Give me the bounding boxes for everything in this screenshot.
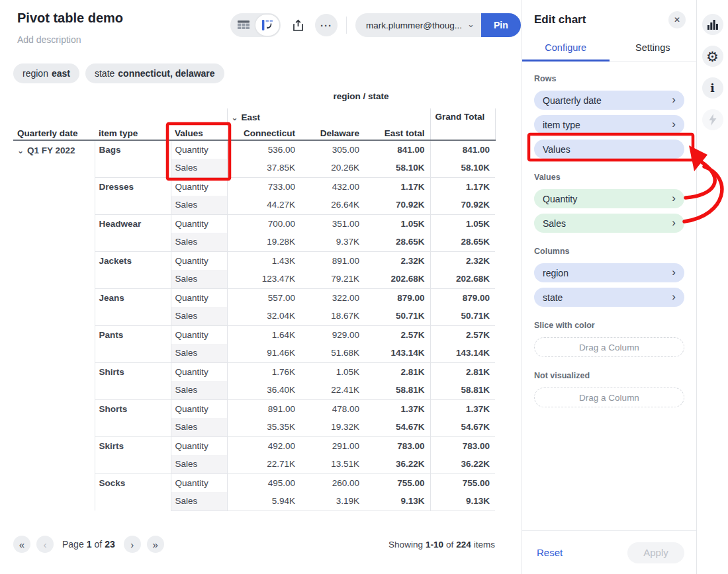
pivot-view-button[interactable]: [255, 15, 279, 36]
item-type-cell: Skirts: [95, 436, 171, 473]
pin-button[interactable]: Pin: [481, 13, 521, 37]
chevron-right-icon: ›: [672, 94, 676, 105]
more-options-button[interactable]: ···: [315, 14, 338, 36]
table-view-icon: [238, 20, 250, 30]
pivot-data-cell: 783.00: [365, 436, 430, 455]
filter-field: state: [95, 68, 114, 79]
chip-label: item type: [543, 120, 580, 130]
pivot-data-cell: 2.57K: [365, 325, 430, 344]
pivot-data-cell: 26.64K: [300, 196, 365, 214]
columns-chip-list: region›state›: [534, 263, 684, 307]
first-page-icon: «: [19, 539, 24, 550]
share-button[interactable]: [287, 14, 309, 36]
pagination-bar: « ‹ Page1of23 › » Showing1-10of224items: [13, 533, 495, 555]
not-visualized-drop-target[interactable]: Drag a Column: [534, 388, 684, 407]
pivot-data-cell: 32.04K: [227, 307, 300, 325]
panel-title: Edit chart: [534, 13, 586, 26]
tab-configure[interactable]: Configure: [522, 39, 610, 61]
gear-icon: ⚙: [706, 50, 719, 63]
bar-chart-icon: [707, 20, 718, 30]
next-page-icon: ›: [130, 539, 134, 550]
close-icon: ✕: [674, 15, 680, 24]
slice-with-color-label: Slice with color: [534, 321, 684, 330]
chip-row-quarterly-date[interactable]: Quarterly date›: [534, 91, 684, 110]
last-page-icon: »: [153, 539, 158, 550]
row-quarter-cell[interactable]: ⌄Q1 FY 2022: [13, 140, 95, 511]
add-description-placeholder[interactable]: Add description: [17, 34, 81, 45]
last-page-button[interactable]: »: [147, 536, 164, 553]
filter-chip[interactable]: stateconnecticut, delaware: [85, 63, 224, 83]
chip-column-state[interactable]: state›: [534, 288, 684, 307]
chip-label: Quarterly date: [543, 95, 602, 106]
chip-row-item-type[interactable]: item type›: [534, 115, 684, 134]
pivot-data-cell: 9.13K: [365, 492, 430, 511]
pivot-data-cell: 36.40K: [227, 381, 300, 399]
pivot-data-cell: 58.81K: [365, 381, 430, 399]
previous-page-button[interactable]: ‹: [36, 536, 54, 553]
chip-value-sales[interactable]: Sales›: [534, 214, 684, 233]
values-sales-cell: Sales: [171, 196, 227, 214]
pivot-data-cell: 44.27K: [227, 196, 300, 214]
share-icon: [293, 19, 304, 32]
pivot-data-cell: 79.21K: [300, 270, 365, 288]
pivot-data-cell: 879.00: [430, 288, 495, 307]
user-dropdown-value: mark.plummer@thoug...: [366, 20, 462, 30]
pivot-data-cell: 19.32K: [300, 418, 365, 436]
chevron-right-icon: ›: [672, 217, 676, 228]
item-type-cell: Jeans: [95, 288, 171, 325]
pivot-data-cell: 1.05K: [365, 214, 430, 233]
pivot-data-cell: 432.00: [300, 177, 365, 196]
close-panel-button[interactable]: ✕: [668, 11, 686, 28]
values-quantity-cell: Quantity: [171, 214, 227, 233]
chip-label: Values: [543, 144, 570, 155]
chip-value-quantity[interactable]: Quantity›: [534, 189, 684, 208]
chart-settings-button[interactable]: ⚙: [702, 46, 723, 67]
values-quantity-cell: Quantity: [171, 325, 227, 344]
chip-row-values[interactable]: Values: [534, 140, 684, 159]
lightning-icon: [709, 114, 717, 126]
column-header-connecticut: Connecticut: [227, 126, 300, 140]
rows-chip-list: Quarterly date›item type›Values: [534, 91, 684, 159]
slice-drop-target[interactable]: Drag a Column: [534, 337, 684, 357]
not-visualized-label: Not visualized: [534, 371, 684, 380]
column-group-east[interactable]: ⌄East: [227, 108, 430, 126]
rows-section-label: Rows: [534, 74, 684, 83]
pivot-data-cell: 9.37K: [300, 233, 365, 251]
first-page-button[interactable]: «: [13, 536, 30, 553]
item-type-cell: Headwear: [95, 214, 171, 251]
pivot-data-cell: 22.41K: [300, 381, 365, 399]
pivot-data-cell: 700.00: [227, 214, 300, 233]
table-view-button[interactable]: [232, 15, 255, 36]
filter-chip[interactable]: regioneast: [13, 63, 79, 83]
columns-section-label: Columns: [534, 247, 684, 256]
pivot-data-cell: 1.37K: [430, 399, 495, 418]
apply-button[interactable]: Apply: [627, 542, 684, 563]
values-quantity-cell: Quantity: [171, 140, 227, 159]
spotiq-button[interactable]: [702, 109, 723, 130]
item-type-cell: Bags: [95, 140, 171, 177]
page-title[interactable]: Pivot table demo: [17, 11, 123, 26]
item-type-cell: Socks: [95, 473, 171, 511]
pivot-data-cell: 5.94K: [227, 492, 300, 511]
pivot-data-cell: 58.81K: [430, 381, 495, 399]
tab-settings[interactable]: Settings: [610, 39, 697, 61]
user-dropdown[interactable]: mark.plummer@thoug... ⌄: [355, 13, 481, 37]
pivot-data-cell: 557.00: [227, 288, 300, 307]
pivot-data-cell: 1.37K: [365, 399, 430, 418]
next-page-button[interactable]: ›: [124, 536, 141, 553]
chart-type-button[interactable]: [702, 14, 723, 35]
pivot-data-cell: 2.32K: [430, 251, 495, 270]
chip-column-region[interactable]: region›: [534, 263, 684, 282]
pivot-data-cell: 36.22K: [365, 455, 430, 473]
reset-button[interactable]: Reset: [537, 547, 563, 558]
pivot-data-cell: 20.26K: [300, 159, 365, 177]
pivot-data-cell: 478.00: [300, 399, 365, 418]
filter-field: region: [23, 68, 48, 79]
chevron-down-icon: ⌄: [467, 19, 475, 29]
item-type-cell: Shirts: [95, 362, 171, 399]
row-header-quarterly-date: Quarterly date: [13, 126, 95, 140]
values-sales-cell: Sales: [171, 307, 227, 325]
pivot-data-cell: 2.57K: [430, 325, 495, 344]
chip-label: Quantity: [543, 194, 577, 204]
details-button[interactable]: i: [702, 77, 723, 99]
